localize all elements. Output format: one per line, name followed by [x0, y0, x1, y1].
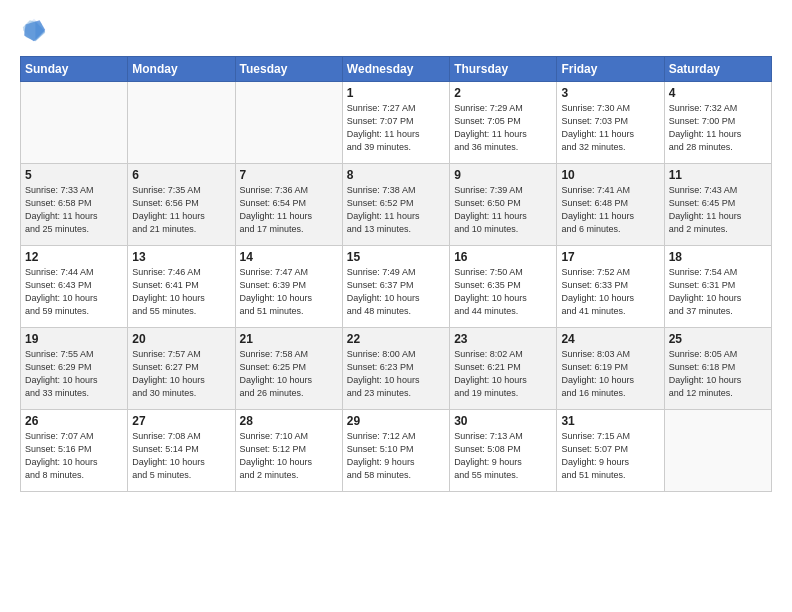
day-number: 2: [454, 86, 552, 100]
cell-5-2: 27Sunrise: 7:08 AMSunset: 5:14 PMDayligh…: [128, 410, 235, 492]
day-info: Sunrise: 7:29 AMSunset: 7:05 PMDaylight:…: [454, 102, 552, 154]
day-info: Sunrise: 7:44 AMSunset: 6:43 PMDaylight:…: [25, 266, 123, 318]
cell-1-2: [128, 82, 235, 164]
day-number: 12: [25, 250, 123, 264]
day-info: Sunrise: 7:32 AMSunset: 7:00 PMDaylight:…: [669, 102, 767, 154]
day-info: Sunrise: 8:02 AMSunset: 6:21 PMDaylight:…: [454, 348, 552, 400]
header-row: SundayMondayTuesdayWednesdayThursdayFrid…: [21, 57, 772, 82]
cell-5-1: 26Sunrise: 7:07 AMSunset: 5:16 PMDayligh…: [21, 410, 128, 492]
day-number: 11: [669, 168, 767, 182]
cell-4-5: 23Sunrise: 8:02 AMSunset: 6:21 PMDayligh…: [450, 328, 557, 410]
cell-2-7: 11Sunrise: 7:43 AMSunset: 6:45 PMDayligh…: [664, 164, 771, 246]
week-row-2: 5Sunrise: 7:33 AMSunset: 6:58 PMDaylight…: [21, 164, 772, 246]
cell-5-5: 30Sunrise: 7:13 AMSunset: 5:08 PMDayligh…: [450, 410, 557, 492]
header: [20, 16, 772, 44]
day-number: 25: [669, 332, 767, 346]
day-info: Sunrise: 7:47 AMSunset: 6:39 PMDaylight:…: [240, 266, 338, 318]
cell-3-6: 17Sunrise: 7:52 AMSunset: 6:33 PMDayligh…: [557, 246, 664, 328]
day-info: Sunrise: 7:39 AMSunset: 6:50 PMDaylight:…: [454, 184, 552, 236]
cell-4-2: 20Sunrise: 7:57 AMSunset: 6:27 PMDayligh…: [128, 328, 235, 410]
day-info: Sunrise: 7:46 AMSunset: 6:41 PMDaylight:…: [132, 266, 230, 318]
week-row-3: 12Sunrise: 7:44 AMSunset: 6:43 PMDayligh…: [21, 246, 772, 328]
cell-4-3: 21Sunrise: 7:58 AMSunset: 6:25 PMDayligh…: [235, 328, 342, 410]
col-header-wednesday: Wednesday: [342, 57, 449, 82]
day-info: Sunrise: 7:41 AMSunset: 6:48 PMDaylight:…: [561, 184, 659, 236]
logo-icon: [20, 16, 48, 44]
day-info: Sunrise: 7:33 AMSunset: 6:58 PMDaylight:…: [25, 184, 123, 236]
cell-4-1: 19Sunrise: 7:55 AMSunset: 6:29 PMDayligh…: [21, 328, 128, 410]
cell-5-6: 31Sunrise: 7:15 AMSunset: 5:07 PMDayligh…: [557, 410, 664, 492]
cell-4-7: 25Sunrise: 8:05 AMSunset: 6:18 PMDayligh…: [664, 328, 771, 410]
week-row-1: 1Sunrise: 7:27 AMSunset: 7:07 PMDaylight…: [21, 82, 772, 164]
cell-3-1: 12Sunrise: 7:44 AMSunset: 6:43 PMDayligh…: [21, 246, 128, 328]
week-row-5: 26Sunrise: 7:07 AMSunset: 5:16 PMDayligh…: [21, 410, 772, 492]
day-info: Sunrise: 7:36 AMSunset: 6:54 PMDaylight:…: [240, 184, 338, 236]
col-header-thursday: Thursday: [450, 57, 557, 82]
day-number: 29: [347, 414, 445, 428]
day-info: Sunrise: 7:08 AMSunset: 5:14 PMDaylight:…: [132, 430, 230, 482]
cell-3-5: 16Sunrise: 7:50 AMSunset: 6:35 PMDayligh…: [450, 246, 557, 328]
day-info: Sunrise: 7:52 AMSunset: 6:33 PMDaylight:…: [561, 266, 659, 318]
day-number: 21: [240, 332, 338, 346]
cell-4-6: 24Sunrise: 8:03 AMSunset: 6:19 PMDayligh…: [557, 328, 664, 410]
day-info: Sunrise: 7:12 AMSunset: 5:10 PMDaylight:…: [347, 430, 445, 482]
day-info: Sunrise: 7:57 AMSunset: 6:27 PMDaylight:…: [132, 348, 230, 400]
col-header-friday: Friday: [557, 57, 664, 82]
day-number: 28: [240, 414, 338, 428]
day-number: 14: [240, 250, 338, 264]
day-info: Sunrise: 7:07 AMSunset: 5:16 PMDaylight:…: [25, 430, 123, 482]
cell-4-4: 22Sunrise: 8:00 AMSunset: 6:23 PMDayligh…: [342, 328, 449, 410]
day-number: 31: [561, 414, 659, 428]
day-number: 10: [561, 168, 659, 182]
day-info: Sunrise: 7:54 AMSunset: 6:31 PMDaylight:…: [669, 266, 767, 318]
cell-1-7: 4Sunrise: 7:32 AMSunset: 7:00 PMDaylight…: [664, 82, 771, 164]
logo: [20, 16, 52, 44]
cell-3-2: 13Sunrise: 7:46 AMSunset: 6:41 PMDayligh…: [128, 246, 235, 328]
day-info: Sunrise: 7:55 AMSunset: 6:29 PMDaylight:…: [25, 348, 123, 400]
cell-5-7: [664, 410, 771, 492]
day-info: Sunrise: 7:50 AMSunset: 6:35 PMDaylight:…: [454, 266, 552, 318]
day-number: 16: [454, 250, 552, 264]
day-info: Sunrise: 7:58 AMSunset: 6:25 PMDaylight:…: [240, 348, 338, 400]
cell-2-3: 7Sunrise: 7:36 AMSunset: 6:54 PMDaylight…: [235, 164, 342, 246]
day-number: 30: [454, 414, 552, 428]
calendar-table: SundayMondayTuesdayWednesdayThursdayFrid…: [20, 56, 772, 492]
col-header-monday: Monday: [128, 57, 235, 82]
page: SundayMondayTuesdayWednesdayThursdayFrid…: [0, 0, 792, 612]
day-info: Sunrise: 7:10 AMSunset: 5:12 PMDaylight:…: [240, 430, 338, 482]
day-info: Sunrise: 7:27 AMSunset: 7:07 PMDaylight:…: [347, 102, 445, 154]
day-number: 8: [347, 168, 445, 182]
col-header-tuesday: Tuesday: [235, 57, 342, 82]
day-info: Sunrise: 7:43 AMSunset: 6:45 PMDaylight:…: [669, 184, 767, 236]
day-number: 15: [347, 250, 445, 264]
day-number: 18: [669, 250, 767, 264]
day-number: 17: [561, 250, 659, 264]
day-number: 1: [347, 86, 445, 100]
day-number: 19: [25, 332, 123, 346]
day-number: 6: [132, 168, 230, 182]
day-number: 26: [25, 414, 123, 428]
day-info: Sunrise: 7:35 AMSunset: 6:56 PMDaylight:…: [132, 184, 230, 236]
cell-1-5: 2Sunrise: 7:29 AMSunset: 7:05 PMDaylight…: [450, 82, 557, 164]
day-number: 3: [561, 86, 659, 100]
week-row-4: 19Sunrise: 7:55 AMSunset: 6:29 PMDayligh…: [21, 328, 772, 410]
col-header-sunday: Sunday: [21, 57, 128, 82]
cell-1-4: 1Sunrise: 7:27 AMSunset: 7:07 PMDaylight…: [342, 82, 449, 164]
cell-5-3: 28Sunrise: 7:10 AMSunset: 5:12 PMDayligh…: [235, 410, 342, 492]
day-number: 5: [25, 168, 123, 182]
day-number: 20: [132, 332, 230, 346]
day-info: Sunrise: 8:00 AMSunset: 6:23 PMDaylight:…: [347, 348, 445, 400]
day-number: 4: [669, 86, 767, 100]
day-number: 22: [347, 332, 445, 346]
cell-1-1: [21, 82, 128, 164]
cell-1-6: 3Sunrise: 7:30 AMSunset: 7:03 PMDaylight…: [557, 82, 664, 164]
cell-2-5: 9Sunrise: 7:39 AMSunset: 6:50 PMDaylight…: [450, 164, 557, 246]
day-info: Sunrise: 7:49 AMSunset: 6:37 PMDaylight:…: [347, 266, 445, 318]
col-header-saturday: Saturday: [664, 57, 771, 82]
day-number: 9: [454, 168, 552, 182]
day-number: 23: [454, 332, 552, 346]
cell-3-7: 18Sunrise: 7:54 AMSunset: 6:31 PMDayligh…: [664, 246, 771, 328]
cell-2-6: 10Sunrise: 7:41 AMSunset: 6:48 PMDayligh…: [557, 164, 664, 246]
cell-3-3: 14Sunrise: 7:47 AMSunset: 6:39 PMDayligh…: [235, 246, 342, 328]
day-info: Sunrise: 7:30 AMSunset: 7:03 PMDaylight:…: [561, 102, 659, 154]
